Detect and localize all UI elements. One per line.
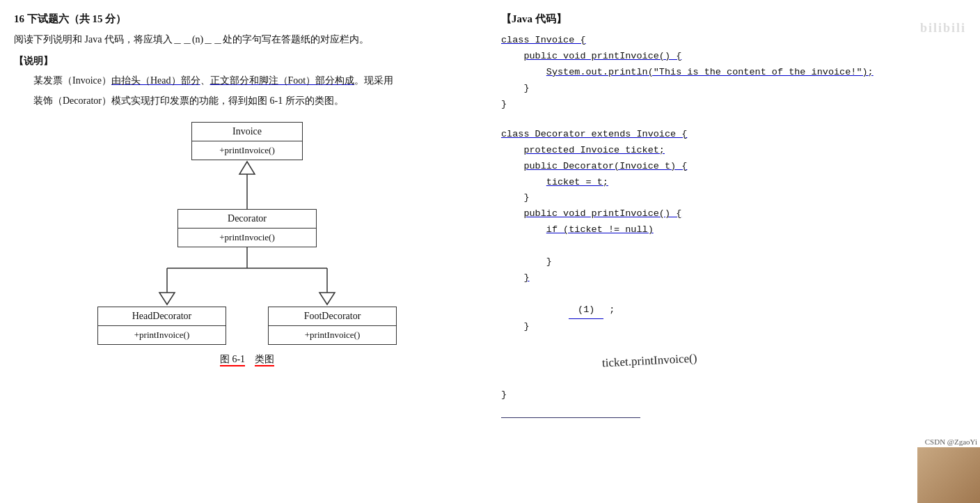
code-line-d4: ticket = t; (501, 175, 966, 191)
diagram-caption: 图 6-1 类图 (220, 353, 274, 366)
csdn-label: CSDN @ZgaoYi (922, 436, 980, 447)
code-line-d10: } (501, 254, 966, 270)
uml-decorator-name: Decorator (178, 210, 316, 229)
code-block-decorator: class Decorator extends Invoice { protec… (501, 127, 966, 403)
svg-marker-6 (159, 293, 175, 304)
uml-arrow-decorator-invoice (237, 160, 258, 209)
uml-invoice-box: Invoice +printInvoice() (191, 122, 303, 160)
uml-headdecorator-method: +printInvoice() (98, 326, 226, 344)
watermark: bilibili (920, 21, 966, 36)
code-block-invoice: class Invoice { public void printInvoice… (501, 33, 966, 113)
section-label: 【说明】 (14, 55, 480, 68)
java-label: 【Java 代码】 (501, 13, 966, 26)
left-panel: 16 下试题六（共 15 分） 阅读下列说明和 Java 代码，将应填入＿＿(n… (14, 13, 487, 496)
svg-marker-7 (319, 293, 335, 304)
code-line-hw: ticket.printInvoice() (501, 335, 966, 387)
uml-headdecorator-name: HeadDecorator (98, 307, 226, 326)
svg-marker-1 (239, 162, 255, 174)
question-title: 16 下试题六（共 15 分） (14, 13, 480, 26)
code-line-4: } (501, 81, 966, 97)
desc-text: 某发票（Invoice）由抬头（Head）部分、正文部分和脚注（Foot）部分构… (14, 72, 480, 89)
uml-decorator-method: +printInvocie() (178, 229, 316, 247)
divider-line (501, 417, 640, 418)
code-line-3: System.out.println("This is the content … (501, 65, 966, 81)
code-line-d16: } (501, 387, 966, 403)
right-panel: bilibili 【Java 代码】 class Invoice { publi… (487, 13, 966, 496)
code-line-2: public void printInvoice() { (501, 49, 966, 65)
uml-invoice-method: +printInvoice() (192, 141, 302, 160)
code-line-d2: protected Invoice ticket; (501, 143, 966, 159)
code-line-d12: } (501, 270, 966, 286)
code-line-d8: if (ticket != null) (501, 222, 966, 238)
uml-invoice-name: Invoice (192, 123, 302, 141)
handwritten-annotation: ticket.printInvoice() (601, 348, 697, 373)
code-line-d14: (1) ; (501, 302, 966, 319)
code-line-1: class Invoice { (501, 33, 966, 49)
code-line-d5: } (501, 190, 966, 206)
blank-1: (1) (569, 302, 603, 319)
uml-diagram: Invoice +printInvoice() Decorator +print… (66, 122, 428, 366)
code-line-d1: class Decorator extends Invoice { (501, 127, 966, 143)
avatar-corner (917, 447, 980, 503)
desc-text2: 装饰（Decorator）模式实现打印发票的功能，得到如图 6-1 所示的类图。 (14, 92, 480, 109)
uml-footdecorator-method: +printInvoice() (269, 326, 396, 344)
uml-headdecorator-box: HeadDecorator +printInvoice() (97, 307, 226, 345)
uml-decorator-box: Decorator +printInvocie() (177, 209, 317, 247)
code-line-d9 (501, 238, 966, 254)
code-line-d7: public void printInvoice() { (501, 206, 966, 222)
code-line-d13 (501, 286, 966, 302)
code-line-d15: } (501, 319, 966, 335)
uml-footdecorator-box: FootDecorator +printInvoice() (268, 307, 397, 345)
uml-footdecorator-name: FootDecorator (269, 307, 396, 326)
code-line-5: } (501, 97, 966, 113)
uml-lower-row: HeadDecorator +printInvoice() FootDecora… (97, 307, 397, 345)
code-line-d3: public Decorator(Invoice t) { (501, 159, 966, 175)
question-desc: 阅读下列说明和 Java 代码，将应填入＿＿(n)＿＿处的字句写在答题纸的对应栏… (14, 31, 480, 48)
